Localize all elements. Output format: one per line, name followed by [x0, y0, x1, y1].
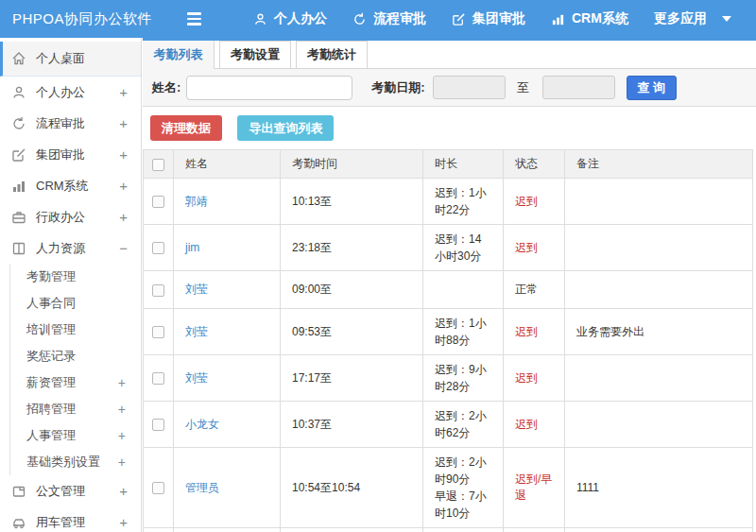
attendance-time: 17:17至 — [281, 355, 423, 402]
table-row: 刘莹 17:17至 迟到：9小时28分 迟到 — [144, 355, 753, 402]
menu-toggle-icon[interactable] — [187, 12, 201, 26]
expand-toggle[interactable]: + — [119, 84, 128, 100]
sidebar-item-crm[interactable]: CRM系统 + — [0, 170, 141, 201]
table-row: jim 23:18至 迟到：14小时30分 迟到 — [144, 225, 753, 271]
col-header-duration: 时长 — [423, 150, 504, 179]
attendance-time: 10:13至 — [281, 179, 423, 225]
search-button[interactable]: 查 询 — [627, 76, 677, 100]
col-header-time: 考勤时间 — [281, 150, 423, 179]
date-from-input[interactable] — [433, 76, 506, 99]
col-header-status: 状态 — [504, 150, 565, 179]
nav-personal-office[interactable]: 个人办公 — [253, 10, 327, 27]
sidebar-item-hr[interactable]: 人力资源 − — [0, 232, 141, 264]
row-checkbox[interactable] — [152, 372, 164, 385]
clean-data-button[interactable]: 清理数据 — [150, 115, 222, 141]
col-header-name: 姓名 — [174, 150, 281, 179]
status-badge: 迟到 — [504, 528, 565, 532]
briefcase-icon — [11, 210, 27, 225]
sidebar-subitem-recruiting[interactable]: 招聘管理 + — [10, 396, 141, 422]
sidebar-subitem-salary[interactable]: 薪资管理 + — [10, 369, 141, 396]
employee-name-link[interactable]: 刘莹 — [185, 283, 208, 296]
row-checkbox[interactable] — [152, 482, 164, 494]
sidebar-item-workflow[interactable]: 流程审批 + — [0, 108, 141, 139]
employee-name-link[interactable]: 郭靖 — [185, 195, 208, 208]
employee-name-link[interactable]: 小龙女 — [185, 418, 219, 431]
duration-cell: 迟到：56分 — [423, 528, 504, 532]
date-to-label: 至 — [517, 79, 529, 96]
tab-attendance-settings[interactable]: 考勤设置 — [219, 41, 291, 69]
sidebar-subitem-label: 人事管理 — [26, 427, 118, 444]
duration-cell: 迟到：2小时62分 — [423, 402, 504, 448]
sidebar-subitem-personnel[interactable]: 人事管理 + — [10, 422, 141, 449]
refresh-arrow-icon — [352, 12, 367, 26]
export-list-button[interactable]: 导出查询列表 — [237, 115, 334, 141]
sidebar-item-desktop[interactable]: 个人桌面 — [0, 42, 141, 77]
name-label: 姓名: — [152, 79, 180, 96]
sidebar-subitem-training[interactable]: 培训管理 — [10, 317, 141, 343]
employee-name-link[interactable]: 刘莹 — [185, 371, 208, 385]
sidebar-item-vehicles[interactable]: 用车管理 + — [0, 506, 141, 532]
expand-toggle[interactable]: + — [118, 428, 126, 443]
row-checkbox[interactable] — [152, 284, 164, 297]
note-cell: 业务需要外出 — [565, 309, 753, 355]
sidebar-subitem-contracts[interactable]: 人事合同 — [10, 290, 141, 317]
sidebar-subitem-rewards[interactable]: 奖惩记录 — [10, 343, 141, 369]
row-checkbox[interactable] — [152, 242, 164, 254]
row-checkbox[interactable] — [152, 419, 164, 431]
status-badge: 正常 — [504, 271, 565, 309]
duration-cell — [423, 271, 504, 309]
status-badge: 迟到 — [504, 179, 565, 225]
expand-toggle[interactable]: + — [119, 115, 128, 131]
sidebar-subitem-attendance[interactable]: 考勤管理 — [10, 264, 141, 290]
expand-toggle[interactable]: + — [118, 402, 126, 417]
nav-label: 更多应用 — [654, 10, 707, 27]
select-all-checkbox[interactable] — [152, 159, 164, 171]
sidebar-subitem-label: 奖惩记录 — [26, 348, 126, 365]
expand-toggle[interactable]: + — [119, 483, 128, 499]
employee-name-link[interactable]: jim — [185, 241, 199, 254]
expand-toggle[interactable]: + — [118, 455, 126, 470]
nav-workflow-approval[interactable]: 流程审批 — [352, 10, 426, 27]
home-icon — [11, 51, 27, 66]
row-checkbox[interactable] — [152, 196, 164, 208]
sidebar-subitem-label: 人事合同 — [26, 295, 126, 312]
expand-toggle[interactable]: + — [118, 375, 126, 390]
sidebar-item-label: 公文管理 — [36, 483, 119, 500]
expand-toggle[interactable]: + — [119, 178, 128, 194]
status-badge: 迟到 — [504, 355, 565, 402]
sidebar-item-group-approval[interactable]: 集团审批 + — [0, 139, 141, 170]
date-to-input[interactable] — [542, 76, 615, 99]
attendance-time: 10:37至 — [281, 402, 423, 448]
sidebar-subitem-base-categories[interactable]: 基础类别设置 + — [10, 449, 141, 475]
nav-more-apps[interactable]: 更多应用 — [654, 10, 731, 27]
attendance-time: 23:18至 — [281, 225, 423, 271]
col-header-note: 备注 — [565, 150, 753, 179]
status-badge: 迟到 — [504, 225, 565, 271]
tab-attendance-list[interactable]: 考勤列表 — [143, 41, 215, 69]
employee-name-link[interactable]: 刘莹 — [185, 325, 208, 338]
nav-group-approval[interactable]: 集团审批 — [452, 10, 525, 27]
name-input[interactable] — [186, 76, 352, 100]
duration-cell: 迟到：14小时30分 — [423, 225, 504, 271]
edit-icon — [452, 12, 466, 26]
table-row: 王壹辉 08:56至 迟到：56分 迟到 — [144, 528, 753, 532]
row-checkbox[interactable] — [152, 326, 164, 338]
sidebar-item-admin-office[interactable]: 行政办公 + — [0, 201, 141, 232]
sidebar-item-documents[interactable]: 公文管理 + — [0, 475, 141, 506]
expand-toggle[interactable]: + — [119, 146, 128, 163]
table-header-row: 姓名 考勤时间 时长 状态 备注 — [144, 150, 753, 179]
collapse-toggle[interactable]: − — [119, 240, 128, 256]
refresh-arrow-icon — [11, 116, 27, 131]
hr-submenu: 考勤管理 人事合同 培训管理 奖惩记录 薪资管理 + 招聘管理 + 人事管理 +… — [9, 264, 141, 475]
expand-toggle[interactable]: + — [119, 514, 128, 530]
expand-toggle[interactable]: + — [119, 209, 128, 225]
action-toolbar: 清理数据 导出查询列表 — [143, 107, 756, 149]
duration-cell: 迟到：9小时28分 — [423, 355, 504, 402]
nav-crm-system[interactable]: CRM系统 — [551, 10, 628, 27]
tab-attendance-stats[interactable]: 考勤统计 — [296, 41, 368, 69]
employee-name-link[interactable]: 管理员 — [185, 481, 219, 494]
sidebar-item-label: 用车管理 — [36, 514, 119, 531]
sidebar-item-personal-office[interactable]: 个人办公 + — [0, 77, 141, 108]
app-logo: PHPOA协同办公软件 — [0, 10, 142, 28]
note-cell — [565, 528, 753, 532]
